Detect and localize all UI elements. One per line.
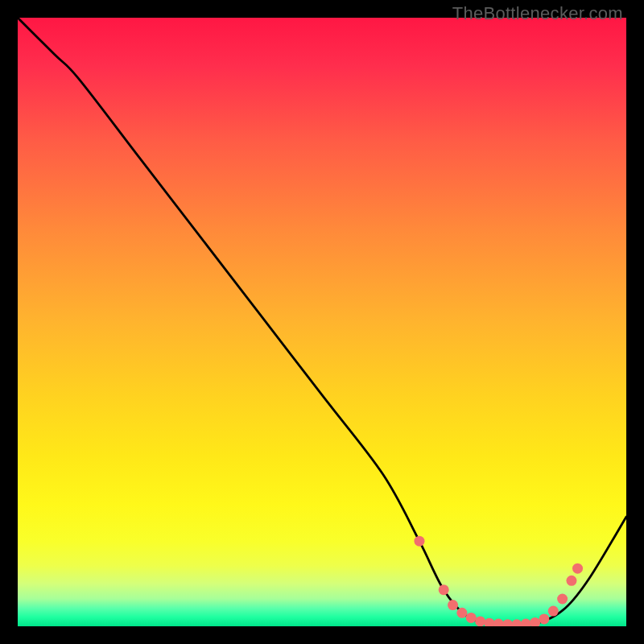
- chart-svg: [18, 18, 626, 626]
- svg-point-0: [414, 536, 424, 547]
- svg-point-2: [448, 600, 458, 610]
- svg-point-15: [566, 576, 576, 586]
- svg-point-16: [572, 564, 583, 574]
- svg-point-14: [557, 593, 568, 604]
- chart-background: [18, 18, 626, 626]
- chart-frame: [18, 18, 626, 626]
- svg-point-13: [548, 606, 559, 617]
- svg-point-12: [539, 613, 549, 624]
- svg-point-3: [456, 608, 467, 618]
- svg-point-4: [466, 613, 477, 623]
- svg-point-1: [439, 584, 449, 595]
- svg-point-5: [475, 616, 485, 626]
- watermark-text: TheBottlenecker.com: [452, 3, 623, 24]
